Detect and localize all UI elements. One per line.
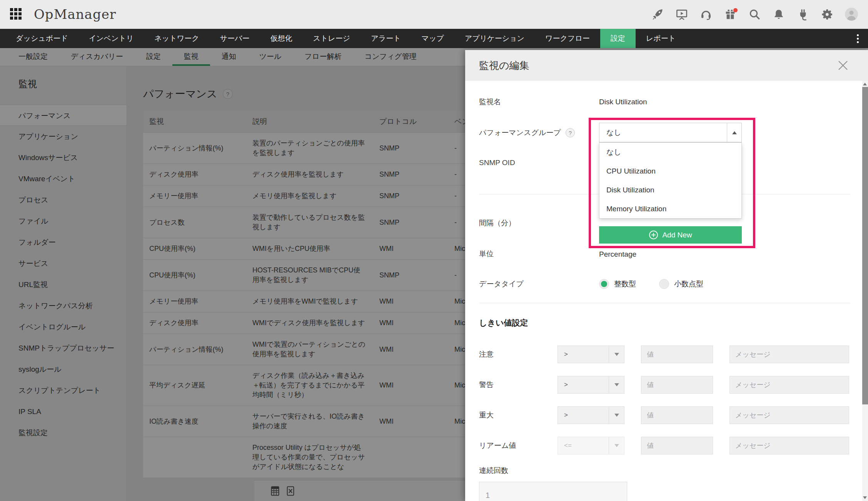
performance-group-selected-value: なし bbox=[599, 128, 727, 138]
unit-label: 単位 bbox=[479, 244, 494, 264]
combo-collapse-button[interactable] bbox=[727, 123, 741, 142]
monitor-name-value: Disk Utilization bbox=[599, 98, 647, 106]
threshold-value-input[interactable] bbox=[641, 437, 713, 454]
operator-value: <= bbox=[558, 442, 609, 449]
threshold-section-title: しきい値設定 bbox=[479, 317, 528, 328]
datatype-label: データタイプ bbox=[479, 274, 524, 294]
threshold-row: 注意 > bbox=[479, 346, 850, 363]
modal-header: 監視の編集 bbox=[465, 50, 868, 81]
headset-icon[interactable] bbox=[699, 8, 713, 21]
select-arrow bbox=[609, 346, 624, 363]
dropdown-option[interactable]: CPU Utilization bbox=[599, 162, 741, 180]
avatar[interactable] bbox=[845, 8, 858, 21]
gift-notification-badge bbox=[733, 8, 738, 12]
performance-group-select[interactable]: なし bbox=[599, 123, 742, 142]
plug-icon[interactable] bbox=[796, 8, 810, 21]
consecutive-count-label: 連続回数 bbox=[479, 466, 508, 476]
select-arrow bbox=[609, 376, 624, 393]
rocket-icon[interactable] bbox=[651, 8, 664, 21]
scroll-down-icon[interactable] bbox=[863, 496, 867, 499]
search-icon[interactable] bbox=[748, 8, 761, 21]
performance-group-help-icon[interactable]: ? bbox=[566, 128, 575, 137]
main-nav-tab[interactable]: アプリケーション bbox=[454, 29, 535, 48]
scrollbar-thumb[interactable] bbox=[862, 87, 868, 404]
operator-select[interactable]: > bbox=[558, 376, 624, 394]
operator-select[interactable]: <= bbox=[558, 437, 624, 454]
threshold-message-input[interactable] bbox=[729, 406, 849, 424]
circle-plus-icon bbox=[649, 230, 658, 240]
bell-icon[interactable] bbox=[772, 8, 785, 21]
threshold-rows: 注意 > 警告 > bbox=[479, 346, 850, 473]
modal-scrollbar[interactable] bbox=[862, 81, 868, 501]
interval-label: 間隔（分） bbox=[479, 214, 516, 233]
app-title: OpManager bbox=[34, 7, 116, 22]
edit-monitor-modal: 監視の編集 監視名 Disk Utilization パフォーマンスグループ ?… bbox=[465, 50, 868, 501]
main-nav-tab[interactable]: サーバー bbox=[210, 29, 260, 48]
chevron-down-icon bbox=[614, 353, 619, 356]
add-new-button[interactable]: Add New bbox=[599, 226, 742, 244]
snmp-oid-label: SNMP OID bbox=[479, 153, 515, 172]
chevron-down-icon bbox=[614, 414, 619, 417]
operator-value: > bbox=[558, 381, 609, 389]
operator-select[interactable]: > bbox=[558, 346, 624, 363]
main-nav-tab[interactable]: 設定 bbox=[600, 29, 636, 48]
radio-float-label: 小数点型 bbox=[674, 279, 703, 289]
threshold-value-input[interactable] bbox=[641, 406, 713, 424]
top-bar: OpManager bbox=[0, 0, 868, 29]
threshold-message-input[interactable] bbox=[729, 346, 849, 363]
main-nav-tab[interactable]: インベントリ bbox=[78, 29, 144, 48]
unit-value: Percentage bbox=[599, 250, 636, 259]
monitor-name-label: 監視名 bbox=[479, 92, 501, 112]
threshold-message-input[interactable] bbox=[729, 376, 849, 394]
performance-group-dropdown: なしCPU UtilizationDisk UtilizationMemory … bbox=[599, 142, 742, 219]
radio-integer-label: 整数型 bbox=[614, 279, 636, 289]
section-divider bbox=[479, 303, 850, 303]
add-new-label: Add New bbox=[662, 231, 692, 239]
radio-float[interactable] bbox=[659, 279, 669, 289]
threshold-label: 注意 bbox=[479, 346, 494, 363]
opmanager-screen: OpManager bbox=[0, 0, 868, 501]
performance-group-label: パフォーマンスグループ ? bbox=[479, 123, 575, 142]
chevron-up-icon bbox=[732, 131, 737, 134]
threshold-message-input[interactable] bbox=[729, 437, 849, 454]
datatype-radio-group: 整数型 小数点型 bbox=[599, 274, 726, 294]
gear-icon[interactable] bbox=[821, 8, 834, 21]
scroll-up-icon[interactable] bbox=[863, 83, 867, 85]
operator-value: > bbox=[558, 411, 609, 419]
select-arrow bbox=[609, 407, 624, 424]
main-nav: ダッシュボードインベントリネットワークサーバー仮想化ストレージアラートマップアプ… bbox=[0, 29, 868, 48]
threshold-row: 重大 > bbox=[479, 406, 850, 424]
threshold-label: リアーム値 bbox=[479, 437, 516, 454]
dropdown-option[interactable]: なし bbox=[599, 143, 741, 162]
app-launcher-icon[interactable] bbox=[10, 8, 22, 20]
dropdown-option[interactable]: Disk Utilization bbox=[599, 180, 741, 199]
consecutive-count-input[interactable] bbox=[479, 482, 627, 501]
topbar-actions bbox=[651, 8, 858, 21]
presentation-icon[interactable] bbox=[675, 8, 688, 21]
select-arrow bbox=[609, 437, 624, 454]
main-nav-tab[interactable]: レポート bbox=[636, 29, 686, 48]
operator-select[interactable]: > bbox=[558, 406, 624, 424]
threshold-row: リアーム値 <= bbox=[479, 437, 850, 454]
modal-title: 監視の編集 bbox=[479, 59, 529, 72]
main-nav-tab[interactable]: ダッシュボード bbox=[5, 29, 78, 48]
main-nav-tab[interactable]: ネットワーク bbox=[144, 29, 209, 48]
close-icon[interactable] bbox=[836, 59, 850, 72]
main-nav-tab[interactable]: ワークフロー bbox=[535, 29, 600, 48]
main-nav-tab[interactable]: ストレージ bbox=[302, 29, 361, 48]
chevron-down-icon bbox=[614, 444, 619, 447]
main-nav-tab[interactable]: マップ bbox=[411, 29, 454, 48]
nav-overflow-menu-icon[interactable] bbox=[847, 29, 868, 48]
threshold-row: 警告 > bbox=[479, 376, 850, 394]
radio-integer[interactable] bbox=[599, 279, 609, 289]
gift-icon[interactable] bbox=[724, 8, 737, 21]
threshold-value-input[interactable] bbox=[641, 346, 713, 363]
dropdown-option[interactable]: Memory Utilization bbox=[599, 199, 741, 218]
threshold-value-input[interactable] bbox=[641, 376, 713, 394]
chevron-down-icon bbox=[614, 383, 619, 386]
threshold-label: 重大 bbox=[479, 406, 494, 424]
threshold-label: 警告 bbox=[479, 376, 494, 394]
main-nav-tab[interactable]: 仮想化 bbox=[260, 29, 302, 48]
modal-body: 監視名 Disk Utilization パフォーマンスグループ ? SNMP … bbox=[465, 81, 868, 501]
main-nav-tab[interactable]: アラート bbox=[361, 29, 411, 48]
